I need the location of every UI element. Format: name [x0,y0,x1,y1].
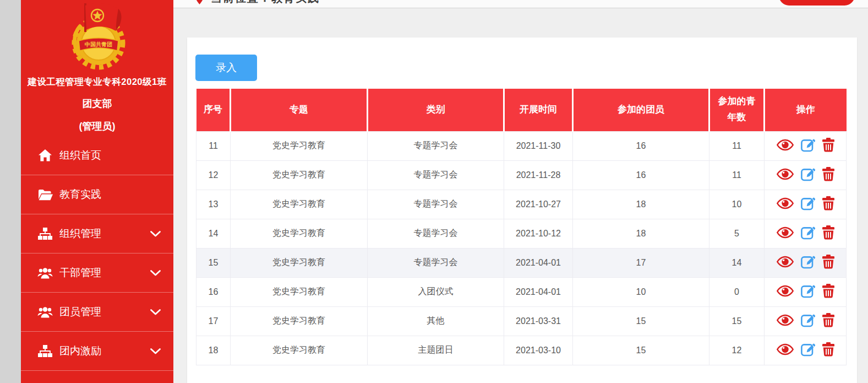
view-button[interactable] [777,256,794,269]
home-icon [37,148,53,163]
sidebar-item-org-home[interactable]: 组织首页 [21,136,173,175]
sitemap-icon [37,344,53,358]
view-button[interactable] [777,285,794,299]
sidebar-item-member-manage[interactable]: 团员管理 [21,292,173,331]
entry-button[interactable]: 录入 [195,55,257,81]
trash-icon [822,255,834,271]
delete-button[interactable] [822,342,834,358]
sidebar-item-cadre-manage[interactable]: 干部管理 [21,253,173,292]
cell-seq: 14 [196,219,231,248]
table-row: 18党史学习教育主题团日2021-03-101512 [196,336,847,365]
trash-icon [822,138,834,154]
table-row: 14党史学习教育专题学习会2021-10-12185 [196,219,847,248]
sidebar-item-label: 团员管理 [59,305,150,319]
edit-button[interactable] [801,342,815,358]
topbar-action-button[interactable] [779,0,855,6]
eye-icon [777,139,794,153]
content-card: 录入 序号专题类别开展时间参加的团员参加的青年数操作 11党史学习教育专题学习会… [187,37,857,383]
cell-seq: 13 [196,190,231,219]
sidebar-item-league-incentive[interactable]: 团内激励 [21,331,173,370]
view-button[interactable] [777,197,794,211]
cell-actions [765,277,847,306]
breadcrumb: 当前位置：教育实践 [211,0,320,6]
edit-button[interactable] [801,225,815,241]
cell-topic: 党史学习教育 [231,277,368,306]
cell-seq: 12 [196,160,231,190]
cell-seq: 11 [196,131,231,160]
view-button[interactable] [777,343,794,357]
sitemap-icon [37,226,53,241]
cell-category: 专题学习会 [368,160,504,190]
cell-date: 2021-04-01 [504,277,573,306]
delete-button[interactable] [822,313,834,329]
delete-button[interactable] [822,196,834,212]
view-button[interactable] [777,168,794,182]
column-header: 参加的团员 [573,89,709,131]
eye-icon [777,226,794,240]
org-role: (管理员) [21,120,173,133]
cell-seq: 18 [196,336,231,365]
delete-button[interactable] [822,284,834,300]
cell-members: 10 [573,277,709,306]
sidebar-item-label: 干部管理 [59,266,150,280]
table-row: 12党史学习教育专题学习会2021-11-281611 [196,160,847,190]
trash-icon [822,167,834,183]
edit-button[interactable] [801,255,815,271]
delete-button[interactable] [822,138,834,154]
trash-icon [822,284,834,300]
delete-button[interactable] [822,255,834,271]
org-branch: 团支部 [21,97,173,110]
table-row: 17党史学习教育其他2021-03-311515 [196,306,847,336]
delete-button[interactable] [822,167,834,183]
org-logo: 中国共青团 [21,0,173,72]
table-header: 序号专题类别开展时间参加的团员参加的青年数操作 [196,89,847,131]
sidebar: 中国共青团 建设工程管理专业专科2020级1班 团支部 (管理员) 组织首页教育… [21,0,173,383]
cell-youth: 11 [709,160,765,190]
edit-icon [801,196,815,212]
sidebar-item-label: 组织首页 [59,148,161,163]
cell-category: 入团仪式 [368,277,504,306]
edit-button[interactable] [801,196,815,212]
column-header: 参加的青年数 [709,89,765,131]
cell-topic: 党史学习教育 [231,190,368,219]
cell-youth: 12 [709,336,765,365]
edit-icon [801,138,815,154]
cell-seq: 16 [196,277,231,306]
cell-topic: 党史学习教育 [231,248,368,277]
table-row: 15党史学习教育专题学习会2021-04-011714 [196,248,847,277]
view-button[interactable] [777,314,794,328]
view-button[interactable] [777,139,794,153]
cell-members: 18 [573,219,709,248]
view-button[interactable] [777,226,794,240]
trash-icon [822,313,834,329]
cell-date: 2021-03-10 [504,336,573,365]
edit-icon [801,313,815,329]
delete-button[interactable] [822,225,834,241]
records-table: 序号专题类别开展时间参加的团员参加的青年数操作 11党史学习教育专题学习会202… [196,89,847,365]
cell-members: 18 [573,190,709,219]
cell-date: 2021-11-30 [504,131,573,160]
edit-button[interactable] [801,167,815,183]
cell-category: 主题团日 [368,336,504,365]
svg-text:中国共青团: 中国共青团 [85,41,112,47]
cell-members: 15 [573,336,709,365]
cell-actions [765,219,847,248]
eye-icon [777,343,794,357]
edit-button[interactable] [801,284,815,300]
eye-icon [777,314,794,328]
cell-actions [765,160,847,190]
cell-date: 2021-04-01 [504,248,573,277]
cell-topic: 党史学习教育 [231,219,368,248]
cell-youth: 10 [709,190,765,219]
edit-button[interactable] [801,138,815,154]
sidebar-item-edu-practice[interactable]: 教育实践 [21,175,173,214]
users-icon [37,266,53,280]
edit-button[interactable] [801,313,815,329]
cell-category: 专题学习会 [368,248,504,277]
sidebar-item-label: 组织管理 [59,226,150,241]
sidebar-item-label: 教育实践 [59,187,161,202]
sidebar-item-org-manage[interactable]: 组织管理 [21,214,173,253]
cell-category: 专题学习会 [368,131,504,160]
column-header: 类别 [368,89,504,131]
chevron-down-icon [150,309,161,315]
